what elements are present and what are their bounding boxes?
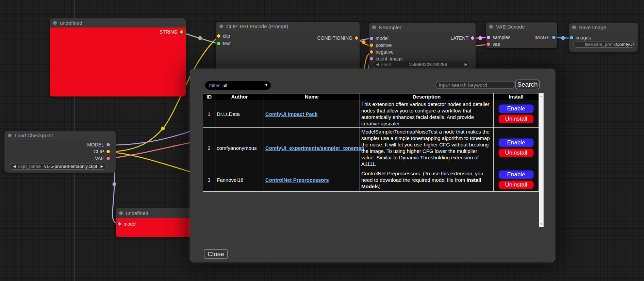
input-slot-model[interactable]: model <box>370 36 389 41</box>
cell-description: This extension offers various detector n… <box>360 100 494 128</box>
node-title: VAE Decode <box>496 24 525 30</box>
output-slot-image[interactable]: IMAGE <box>534 35 556 40</box>
ckpt-name-widget[interactable]: ◀ ckpt_name v1-5-pruned-emaonly.ckpt ▶ <box>10 163 107 170</box>
output-slot-model[interactable]: MODEL <box>87 142 110 147</box>
cell-description: ModelSamplerTonemapNoiseTest a node that… <box>360 128 494 168</box>
extension-table-container: ID Author Name Description Install 1 Dr.… <box>203 93 544 227</box>
input-slot-images[interactable]: images <box>570 35 591 40</box>
scroll-down-icon[interactable]: ▼ <box>539 223 543 226</box>
vae-out-slot-dot[interactable] <box>106 157 110 160</box>
slot-label: CONDITIONING <box>317 35 352 41</box>
node-title: Load Checkpoint <box>15 133 53 138</box>
output-slot-clip[interactable]: CLIP <box>94 149 110 154</box>
extension-manager-dialog: Filter: all ▾ Search ID Author Name Desc… <box>190 69 555 262</box>
link-vae-left <box>108 142 196 159</box>
samples-slot-dot[interactable] <box>487 36 490 39</box>
node-error-body <box>50 28 186 96</box>
node-collapse-dot[interactable] <box>119 211 123 215</box>
image-slot-dot[interactable] <box>552 36 556 39</box>
header-name: Name <box>264 93 360 100</box>
node-collapse-dot[interactable] <box>372 25 376 29</box>
cell-id: 2 <box>203 128 215 168</box>
extension-link[interactable]: ControlNet Preprocessors <box>265 177 329 183</box>
seed-widget[interactable]: ◀ seed 156680208700286 ▶ <box>373 61 471 68</box>
node-title-bar: CLIP Text Encode (Prompt) <box>216 22 360 31</box>
images-slot-dot[interactable] <box>570 36 573 39</box>
input-slot-text[interactable]: text <box>217 41 231 46</box>
search-input[interactable] <box>435 81 514 89</box>
node-undefined-top[interactable]: undefined STRING <box>50 18 186 96</box>
filter-select[interactable]: Filter: all <box>205 81 271 90</box>
conditioning-slot-dot[interactable] <box>355 36 358 40</box>
cell-id: 1 <box>203 100 215 128</box>
input-slot-positive[interactable]: positive <box>370 42 392 48</box>
node-collapse-dot[interactable] <box>489 25 493 29</box>
node-collapse-dot[interactable] <box>8 134 12 137</box>
model-slot-dot[interactable] <box>370 37 373 40</box>
arrow-left-icon[interactable]: ◀ <box>13 164 16 169</box>
slot-label: images <box>576 35 591 40</box>
arrow-left-icon[interactable]: ◀ <box>376 62 379 67</box>
input-slot-samples[interactable]: samples <box>487 35 510 40</box>
input-slot-negative[interactable]: negative <box>370 49 394 55</box>
enable-button[interactable]: Enable <box>498 104 534 113</box>
output-slot-string[interactable]: STRING <box>160 29 183 35</box>
slot-label: text <box>223 41 231 46</box>
latent-slot-dot[interactable] <box>370 57 373 60</box>
model-out-slot-dot[interactable] <box>106 143 110 146</box>
uninstall-button[interactable]: Uninstall <box>498 115 534 123</box>
slot-label: samples <box>493 35 510 40</box>
node-save-image[interactable]: Save Image images filename_prefix ComfyU… <box>569 23 638 52</box>
positive-slot-dot[interactable] <box>370 43 373 47</box>
search-button[interactable]: Search <box>515 80 540 89</box>
filter-select-wrap: Filter: all ▾ <box>205 81 271 90</box>
header-description: Description <box>360 93 494 100</box>
node-ksampler[interactable]: KSampler model positive negative latent_… <box>369 23 476 70</box>
node-undefined-bottom[interactable]: undefined model <box>116 208 194 237</box>
output-slot-conditioning[interactable]: CONDITIONING <box>317 35 358 41</box>
header-author: Author <box>215 93 264 100</box>
table-scrollbar[interactable]: ▲ ▼ <box>539 93 544 227</box>
node-collapse-dot[interactable] <box>53 21 57 25</box>
output-slot-vae[interactable]: VAE <box>95 156 110 161</box>
model-slot-dot[interactable] <box>118 222 121 226</box>
header-id: ID <box>203 93 215 100</box>
negative-slot-dot[interactable] <box>370 50 373 54</box>
arrow-right-icon[interactable]: ▶ <box>465 62 467 67</box>
enable-button[interactable]: Enable <box>498 170 534 179</box>
vae-slot-dot[interactable] <box>487 42 490 46</box>
table-row: 2 comfyanonymous ComfyUI_experiments/sam… <box>203 128 539 168</box>
uninstall-button[interactable]: Uninstall <box>498 180 534 189</box>
comfyui-canvas: undefined STRING CLIP Text Encode (Promp… <box>0 0 644 281</box>
output-slot-latent[interactable]: LATENT <box>450 35 474 41</box>
string-slot-dot[interactable] <box>180 30 183 34</box>
cell-author: comfyanonymous <box>215 128 264 168</box>
clip-slot-dot[interactable] <box>217 34 220 38</box>
enable-button[interactable]: Enable <box>498 138 534 147</box>
node-collapse-dot[interactable] <box>219 24 223 28</box>
extension-link[interactable]: ComfyUI_experiments/sampler_tonemap <box>265 145 364 151</box>
text-slot-dot[interactable] <box>217 42 220 45</box>
node-title-bar: KSampler <box>369 23 476 32</box>
latent-out-slot-dot[interactable] <box>471 36 474 40</box>
slot-label: LATENT <box>450 35 468 41</box>
table-row: 3 Fannovel16 ControlNet Preprocessors Co… <box>203 168 539 192</box>
close-button[interactable]: Close <box>204 249 228 259</box>
clip-out-slot-dot[interactable] <box>106 150 110 153</box>
extension-link[interactable]: ComfyUI Impact Pack <box>265 111 317 117</box>
node-vae-decode[interactable]: VAE Decode samples vae IMAGE <box>486 22 557 48</box>
input-slot-vae[interactable]: vae <box>487 41 500 47</box>
scroll-up-icon[interactable]: ▲ <box>539 95 543 98</box>
node-clip-text-encode[interactable]: CLIP Text Encode (Prompt) clip text COND… <box>216 22 360 71</box>
link-string-to-text <box>182 32 219 44</box>
node-collapse-dot[interactable] <box>572 25 576 29</box>
filename-prefix-widget[interactable]: filename_prefix ComfyUI <box>573 41 635 48</box>
node-load-checkpoint[interactable]: Load Checkpoint MODEL CLIP VAE ◀ ckpt_na… <box>4 131 116 173</box>
input-slot-model[interactable]: model <box>118 221 136 227</box>
table-header-row: ID Author Name Description Install <box>203 93 539 100</box>
slot-label: CLIP <box>94 149 104 154</box>
description-text: ) <box>379 183 381 189</box>
input-slot-clip[interactable]: clip <box>217 33 230 39</box>
uninstall-button[interactable]: Uninstall <box>498 148 534 157</box>
arrow-right-icon[interactable]: ▶ <box>101 164 103 169</box>
